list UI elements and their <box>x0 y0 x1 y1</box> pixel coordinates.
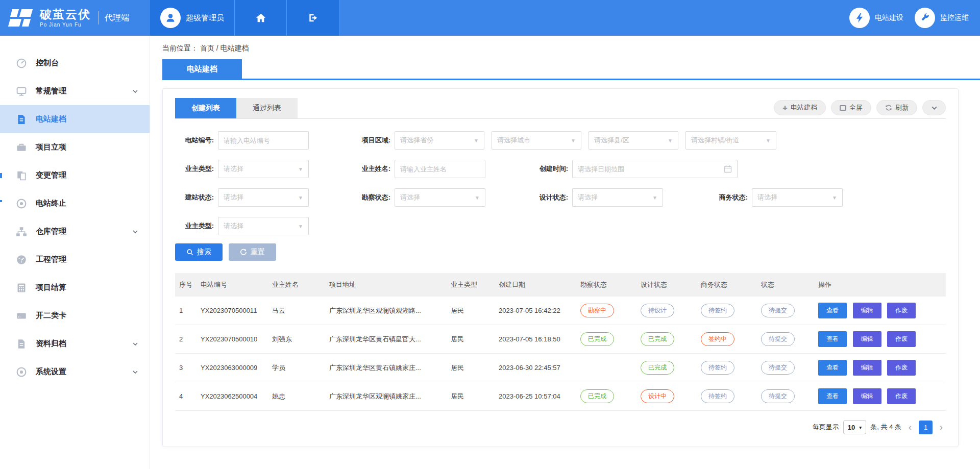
city-select[interactable]: 请选择城市 ▼ <box>492 131 581 150</box>
search-button[interactable]: 搜索 <box>175 243 223 261</box>
per-page-select[interactable]: 10 ▾ <box>843 420 867 434</box>
logo-icon <box>10 8 34 28</box>
reset-icon <box>240 249 247 256</box>
void-button[interactable]: 作废 <box>887 331 916 347</box>
survey-status-select[interactable]: 请选择 ▼ <box>395 188 485 207</box>
business-status-select[interactable]: 请选择 ▼ <box>752 188 843 207</box>
tab-passed-list[interactable]: 通过列表 <box>236 98 298 118</box>
settings-icon <box>15 366 28 378</box>
owner-type2-select[interactable]: 请选择 ▼ <box>218 217 309 235</box>
prev-page-button[interactable]: ‹ <box>905 422 915 433</box>
sidebar-item-label: 项目立项 <box>36 142 138 152</box>
status-badge: 已完成 <box>641 361 674 375</box>
document-icon <box>15 113 28 126</box>
sidebar-item-warehouse-mgmt[interactable]: 仓库管理 <box>0 217 150 245</box>
monitor-icon <box>15 85 28 97</box>
create-station-button[interactable]: + 电站建档 <box>774 100 826 115</box>
sidebar-item-engineering-mgmt[interactable]: 工程管理 <box>0 245 150 274</box>
table-row: 2 YX2023070500010 刘强东 广东深圳龙华区黄石镇星官大... 居… <box>175 325 946 354</box>
tab-create-list[interactable]: 创建列表 <box>175 98 236 118</box>
home-button[interactable] <box>235 0 287 36</box>
col-actions: 操作 <box>814 273 946 297</box>
main-content: 当前位置： 首页 / 电站建档 电站建档 创建列表 通过列表 + 电站建档 全屏 <box>150 36 980 469</box>
date-range-input[interactable] <box>578 165 724 173</box>
nav-monitor-ops[interactable]: 监控运维 <box>915 0 969 36</box>
sidebar-scrollbar[interactable] <box>0 200 2 202</box>
logout-button[interactable] <box>287 0 340 36</box>
table-header-row: 序号 电站编号 业主姓名 项目地址 业主类型 创建日期 勘察状态 设计状态 商务… <box>175 273 946 297</box>
sidebar-item-console[interactable]: 控制台 <box>0 49 150 77</box>
status-badge: 设计中 <box>641 389 674 403</box>
province-select[interactable]: 请选择省份 ▼ <box>395 131 484 150</box>
sidebar-item-system-settings[interactable]: 系统设置 <box>0 358 150 386</box>
refresh-button[interactable]: 刷新 <box>876 100 917 115</box>
caret-down-icon: ▼ <box>298 224 303 229</box>
content-panel: 创建列表 通过列表 + 电站建档 全屏 刷新 <box>162 88 959 447</box>
page-number-button[interactable]: 1 <box>919 421 933 434</box>
search-icon <box>186 249 193 256</box>
sidebar-item-label: 控制台 <box>36 58 138 68</box>
design-status-select[interactable]: 请选择 ▼ <box>572 188 663 207</box>
void-button[interactable]: 作废 <box>887 360 916 376</box>
sidebar-item-general-mgmt[interactable]: 常规管理 <box>0 77 150 105</box>
table-row: 3 YX2023063000009 学员 广东深圳龙华区黄石镇姚家庄... 居民… <box>175 354 946 382</box>
page-tab-bar: 电站建档 <box>162 59 980 80</box>
next-page-button[interactable]: › <box>937 422 946 433</box>
filter-label-survey-status: 勘察状态: <box>352 193 390 202</box>
edit-button[interactable]: 编辑 <box>853 303 881 318</box>
caret-down-icon: ▼ <box>652 195 657 201</box>
per-page-label: 每页显示 <box>813 423 839 432</box>
collapse-toolbar-button[interactable] <box>922 100 946 115</box>
build-status-select[interactable]: 请选择 ▼ <box>218 188 309 207</box>
filter-label-design-status: 设计状态: <box>529 193 568 202</box>
sidebar-item-label: 资料归档 <box>36 339 132 349</box>
nav-station-build[interactable]: 电站建设 <box>849 0 903 36</box>
view-button[interactable]: 查看 <box>818 388 847 404</box>
page-tab-station-archive[interactable]: 电站建档 <box>162 59 242 79</box>
sidebar-item-station-archive[interactable]: 电站建档 <box>0 105 150 133</box>
user-menu[interactable]: 超级管理员 <box>150 0 235 36</box>
edit-button[interactable]: 编辑 <box>853 360 881 376</box>
edit-button[interactable]: 编辑 <box>853 388 881 404</box>
filter-label-region: 项目区域: <box>352 136 390 145</box>
edit-button[interactable]: 编辑 <box>853 331 881 347</box>
breadcrumb-home[interactable]: 首页 <box>200 44 214 52</box>
col-no: 序号 <box>175 273 197 297</box>
county-select[interactable]: 请选择县/区 ▼ <box>589 131 678 150</box>
sidebar-item-station-terminate[interactable]: 电站终止 <box>0 189 150 217</box>
sidebar-item-label: 常规管理 <box>36 86 132 96</box>
file-icon <box>15 338 28 350</box>
sidebar-item-project-initiation[interactable]: 项目立项 <box>0 133 150 161</box>
town-select[interactable]: 请选择村镇/街道 ▼ <box>685 131 776 150</box>
fullscreen-button[interactable]: 全屏 <box>831 100 871 115</box>
void-button[interactable]: 作废 <box>887 303 916 318</box>
void-button[interactable]: 作废 <box>887 388 916 404</box>
sidebar-item-open-type2-card[interactable]: 开二类卡 <box>0 302 150 330</box>
status-badge: 待签约 <box>701 304 734 317</box>
avatar <box>160 8 181 28</box>
filter-label-create-time: 创建时间: <box>529 164 568 174</box>
view-button[interactable]: 查看 <box>818 331 847 347</box>
filter-actions: 搜索 重置 <box>175 243 946 261</box>
caret-down-icon: ▼ <box>832 195 837 201</box>
col-design-status: 设计状态 <box>636 273 697 297</box>
reset-button[interactable]: 重置 <box>229 243 276 261</box>
logout-icon <box>308 12 319 23</box>
caret-down-icon: ▼ <box>571 138 576 143</box>
table-row: 4 YX2023062500004 姚忠 广东深圳龙华区观澜镇姚家庄... 居民… <box>175 382 946 411</box>
status-badge: 已完成 <box>641 332 674 346</box>
view-button[interactable]: 查看 <box>818 303 847 318</box>
sidebar-item-data-archive[interactable]: 资料归档 <box>0 330 150 358</box>
refresh-icon <box>885 104 892 111</box>
filter-label-build-status: 建站状态: <box>175 193 214 202</box>
station-no-input[interactable] <box>224 137 303 144</box>
sidebar-scrollbar[interactable] <box>0 173 2 178</box>
col-address: 项目地址 <box>325 273 447 297</box>
sidebar-item-project-settlement[interactable]: 项目结算 <box>0 274 150 302</box>
sidebar-item-change-mgmt[interactable]: 变更管理 <box>0 161 150 189</box>
owner-name-input[interactable] <box>400 165 480 173</box>
breadcrumb-prefix: 当前位置： <box>162 44 198 52</box>
view-button[interactable]: 查看 <box>818 360 847 376</box>
owner-type-select[interactable]: 请选择 ▼ <box>218 160 309 178</box>
status-badge: 待提交 <box>761 332 795 346</box>
